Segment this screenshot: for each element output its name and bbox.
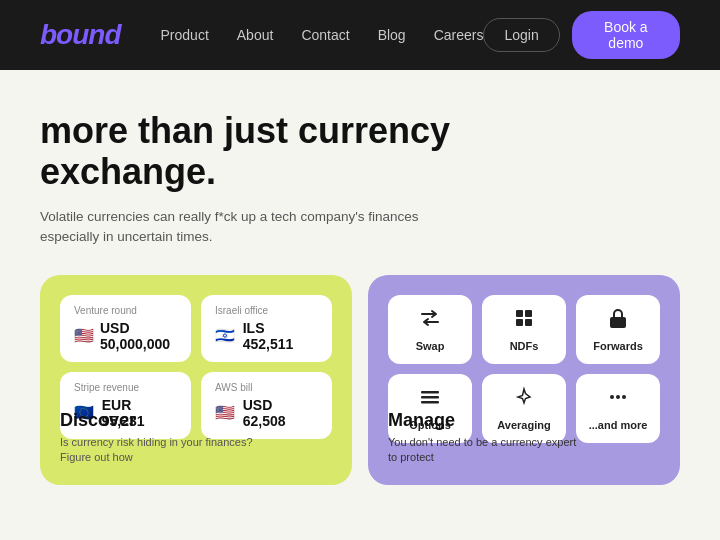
discover-card: Venture round 🇺🇸 USD 50,000,000 Israeli …: [40, 275, 352, 485]
feature-ndfs-label: NDFs: [510, 340, 539, 352]
venture-round-value-row: 🇺🇸 USD 50,000,000: [74, 320, 177, 352]
israeli-office-label: Israeli office: [215, 305, 318, 316]
navigation: Product About Contact Blog Careers: [161, 27, 484, 43]
svg-rect-7: [421, 401, 439, 404]
svg-rect-2: [516, 319, 523, 326]
svg-rect-5: [421, 391, 439, 394]
svg-rect-4: [610, 317, 626, 328]
svg-rect-0: [516, 310, 523, 317]
discover-label: Discover Is currency risk hiding in your…: [60, 410, 260, 466]
feature-more[interactable]: ...and more: [576, 374, 660, 443]
manage-subtitle: You don't need to be a currency expert t…: [388, 435, 588, 466]
main-content: more than just currency exchange. Volati…: [0, 70, 720, 540]
discover-title: Discover: [60, 410, 260, 431]
svg-rect-1: [525, 310, 532, 317]
venture-round-label: Venture round: [74, 305, 177, 316]
nav-blog[interactable]: Blog: [378, 27, 406, 43]
hero-subtitle: Volatile currencies can really f*ck up a…: [40, 207, 420, 248]
svg-rect-6: [421, 396, 439, 399]
nav-careers[interactable]: Careers: [434, 27, 484, 43]
swap-icon: [419, 307, 441, 334]
aws-bill-label: AWS bill: [215, 382, 318, 393]
svg-point-10: [622, 395, 626, 399]
feature-swap[interactable]: Swap: [388, 295, 472, 364]
feature-ndfs[interactable]: NDFs: [482, 295, 566, 364]
nav-product[interactable]: Product: [161, 27, 209, 43]
nav-contact[interactable]: Contact: [301, 27, 349, 43]
header-actions: Login Book a demo: [483, 11, 680, 59]
nav-about[interactable]: About: [237, 27, 274, 43]
israeli-office-value: ILS 452,511: [243, 320, 318, 352]
venture-round-value: USD 50,000,000: [100, 320, 177, 352]
usd-flag-1: 🇺🇸: [74, 328, 94, 344]
svg-point-9: [616, 395, 620, 399]
feature-forwards[interactable]: Forwards: [576, 295, 660, 364]
discover-subtitle: Is currency risk hiding in your finances…: [60, 435, 260, 466]
svg-rect-3: [525, 319, 532, 326]
header: bound Product About Contact Blog Careers…: [0, 0, 720, 70]
more-icon: [607, 386, 629, 413]
feature-swap-label: Swap: [416, 340, 445, 352]
hero-title: more than just currency exchange.: [40, 110, 460, 193]
venture-round-card: Venture round 🇺🇸 USD 50,000,000: [60, 295, 191, 362]
book-demo-button[interactable]: Book a demo: [572, 11, 680, 59]
israeli-office-value-row: 🇮🇱 ILS 452,511: [215, 320, 318, 352]
lock-icon: [608, 307, 628, 334]
israeli-office-card: Israeli office 🇮🇱 ILS 452,511: [201, 295, 332, 362]
svg-point-8: [610, 395, 614, 399]
ndfs-icon: [513, 307, 535, 334]
manage-card: Swap NDFs: [368, 275, 680, 485]
cards-section: Venture round 🇺🇸 USD 50,000,000 Israeli …: [40, 275, 680, 485]
login-button[interactable]: Login: [483, 18, 559, 52]
mini-card-row-1: Venture round 🇺🇸 USD 50,000,000 Israeli …: [60, 295, 332, 362]
logo[interactable]: bound: [40, 19, 121, 51]
feature-forwards-label: Forwards: [593, 340, 643, 352]
manage-label: Manage You don't need to be a currency e…: [388, 410, 588, 466]
ils-flag: 🇮🇱: [215, 328, 237, 344]
feature-more-label: ...and more: [589, 419, 648, 431]
stripe-revenue-label: Stripe revenue: [74, 382, 177, 393]
manage-title: Manage: [388, 410, 588, 431]
